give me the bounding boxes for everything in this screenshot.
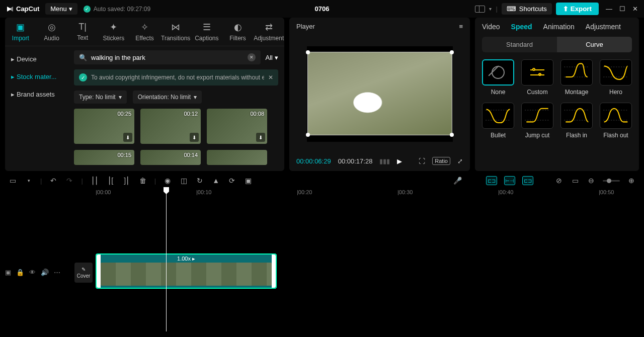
shortcuts-button[interactable]: ⌨Shortcuts [502,3,552,15]
player-menu-icon[interactable]: ≡ [459,23,463,30]
redo-button[interactable]: ↷ [65,176,74,185]
undo-button[interactable]: ↶ [49,176,58,185]
scale-fit-button[interactable]: ⛶ [419,157,425,165]
marker-button[interactable]: ◉ [163,176,172,185]
import-icon: ▣ [16,22,25,33]
filter-orientation[interactable]: Orientation: No limit ▾ [133,91,202,104]
menu-button[interactable]: Menu ▾ [45,3,77,15]
track-audio-icon[interactable]: 🔊 [41,269,49,276]
curve-shape-icon [562,105,591,127]
fullscreen-button[interactable]: ⤢ [457,157,463,165]
media-tab-transitions[interactable]: ⋈Transitions [160,18,191,46]
close-warning[interactable]: ✕ [268,74,273,81]
media-tab-text[interactable]: T|Text [67,18,98,46]
curve-custom[interactable]: Custom [521,59,553,96]
filter-icon: ▾ [275,54,278,61]
media-tab-import[interactable]: ▣Import [5,18,36,46]
track-lock-icon[interactable]: 🔒 [16,269,24,276]
media-tab-stickers[interactable]: ✦Stickers [98,18,129,46]
curve-flash-out[interactable]: Flash out [600,103,632,139]
stock-thumb[interactable]: 00:25⬇ [74,109,134,144]
seg-standard[interactable]: Standard [482,37,557,52]
inspector-tab-animation[interactable]: Animation [543,23,575,31]
timecode-total: 00:00:17:28 [338,157,373,165]
freeze-button[interactable]: ▣ [244,176,253,185]
download-icon[interactable]: ⬇ [123,133,132,142]
magnet-end[interactable]: ⊏⊐ [522,176,533,185]
inspector-tab-speed[interactable]: Speed [511,23,532,31]
filter-type[interactable]: Type: No limit ▾ [74,91,127,104]
split-button[interactable]: ⎮⎮ [90,176,99,185]
curve-jump-cut[interactable]: Jump cut [521,103,553,139]
media-tab-effects[interactable]: ✧Effects [129,18,160,46]
link-button[interactable]: ⊘ [554,176,564,185]
preview-toggle[interactable]: ▭ [571,176,580,185]
play-button[interactable]: ▶ [397,157,402,165]
download-icon[interactable]: ⬇ [256,133,265,142]
delete-button[interactable]: 🗑 [138,176,147,185]
magnet-start[interactable]: ⊏⊐ [486,176,497,185]
stock-thumb[interactable]: 00:08⬇ [207,109,267,144]
curve-bullet[interactable]: Bullet [482,103,514,139]
inspector-tab-video[interactable]: Video [482,23,500,31]
media-tab-captions[interactable]: ☰Captions [191,18,222,46]
stock-thumb[interactable] [207,150,267,165]
chevron-down-icon: ▾ [489,6,492,12]
handle-br[interactable] [450,133,454,137]
selection-tool[interactable]: ▭ [8,176,17,185]
download-icon[interactable]: ⬇ [190,133,199,142]
playhead[interactable] [166,188,167,331]
filter-all[interactable]: All ▾ [266,54,278,61]
mic-button[interactable]: 🎤 [453,176,462,185]
zoom-in-button[interactable]: ⊕ [627,176,636,185]
handle-bl[interactable] [306,133,310,137]
inspector-tab-adjustment[interactable]: Adjustment [586,23,621,31]
stock-thumb[interactable]: 00:15 [74,150,134,165]
track-more-icon[interactable]: ⋯ [54,269,60,276]
timeline[interactable]: ▣ 🔒 👁 🔊 ⋯ ✎ Cover 1.00x ▸ [5,198,639,331]
compare-icon[interactable]: ▮▮▮ [379,157,390,165]
seg-curve[interactable]: Curve [557,37,632,52]
stock-thumb[interactable]: 00:14 [140,150,201,165]
track-visible-icon[interactable]: 👁 [29,269,36,276]
curve-none[interactable]: None [482,59,514,96]
video-clip[interactable]: 1.00x ▸ [96,254,277,289]
track-enable-icon[interactable]: ▣ [5,269,11,276]
timeline-ruler[interactable]: |00:00|00:10|00:20|00:30|00:40|00:50 [5,188,639,198]
media-tab-adjustment[interactable]: ⇄Adjustment [253,18,284,46]
zoom-out-button[interactable]: ⊖ [587,176,596,185]
split-right-button[interactable]: ]⎮ [122,176,131,185]
zoom-slider[interactable] [603,180,620,182]
curve-flash-in[interactable]: Flash in [560,103,593,139]
crop-button[interactable]: ◫ [179,176,188,185]
media-tab-audio[interactable]: ◎Audio [36,18,67,46]
reverse-button[interactable]: ↻ [195,176,204,185]
player-stage[interactable] [289,35,470,153]
handle-tl[interactable] [306,50,310,54]
curve-hero[interactable]: Hero [600,59,632,96]
clear-search-button[interactable]: ✕ [248,53,256,61]
search-input[interactable] [91,54,244,61]
clip-trim-left[interactable] [97,255,101,288]
selection-dropdown[interactable]: ▾ [24,176,33,185]
side-item-device[interactable]: ▸Device [5,50,68,68]
magnet-center[interactable]: ⊢⊣ [504,176,515,185]
minimize-button[interactable]: — [606,5,612,13]
cover-button[interactable]: ✎ Cover [74,263,93,283]
handle-tr[interactable] [450,50,454,54]
media-tab-filters[interactable]: ◐Filters [222,18,254,46]
rotate-button[interactable]: ⟳ [227,176,236,185]
mirror-button[interactable]: ▲ [211,176,220,185]
split-left-button[interactable]: ⎮[ [106,176,115,185]
curve-montage[interactable]: Montage [560,59,593,96]
export-button[interactable]: ⬆Export [556,3,599,15]
preview-canvas[interactable] [308,52,452,135]
side-item-brand-assets[interactable]: ▸Brand assets [5,86,68,103]
stock-thumb[interactable]: 00:12⬇ [140,109,201,144]
maximize-button[interactable]: ☐ [619,5,625,13]
layout-button[interactable] [475,6,485,13]
side-item-stock-mater-[interactable]: ▸Stock mater... [5,68,68,86]
ratio-button[interactable]: Ratio [432,157,450,165]
close-button[interactable]: ✕ [632,5,638,13]
clip-trim-right[interactable] [272,255,276,288]
